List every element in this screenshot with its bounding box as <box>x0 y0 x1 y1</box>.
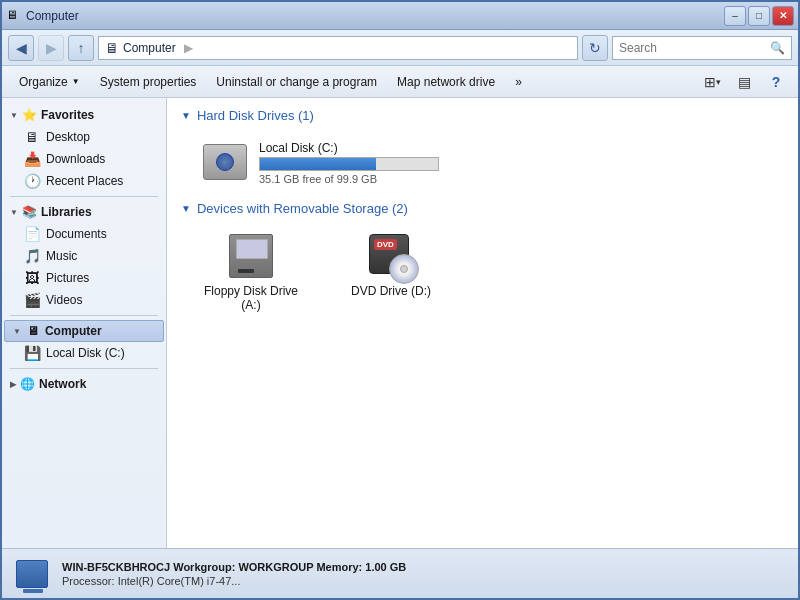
sidebar-divider-2 <box>10 315 158 316</box>
sidebar-libraries-label: Libraries <box>41 205 92 219</box>
hard-disk-icon <box>203 144 247 182</box>
sidebar-item-videos-label: Videos <box>46 293 82 307</box>
local-disk-c-icon: 💾 <box>24 345 40 361</box>
chevron-right-icon: ▶ <box>10 380 16 389</box>
map-network-button[interactable]: Map network drive <box>388 69 504 95</box>
hd-circle <box>216 153 234 171</box>
sidebar-favorites-icon: ⭐ <box>22 108 37 122</box>
content-panel: ▼ Hard Disk Drives (1) Local Disk (C:) 3… <box>167 98 798 548</box>
dvd-drive-label: DVD Drive (D:) <box>351 284 431 298</box>
system-properties-label: System properties <box>100 75 197 89</box>
disk-usage-bar <box>259 157 439 171</box>
sidebar-favorites-label: Favorites <box>41 108 94 122</box>
local-disk-c-info: Local Disk (C:) 35.1 GB free of 99.9 GB <box>259 141 439 185</box>
dvd-icon-wrap: DVD <box>367 232 415 280</box>
sidebar-item-local-disk-c[interactable]: 💾 Local Disk (C:) <box>4 342 164 364</box>
sidebar-network-icon: 🌐 <box>20 377 35 391</box>
sidebar: ▼ ⭐ Favorites 🖥 Desktop 📥 Downloads 🕐 Re… <box>2 98 167 548</box>
help-button[interactable]: ? <box>762 69 790 95</box>
sidebar-favorites-header[interactable]: ▼ ⭐ Favorites <box>2 104 166 126</box>
forward-button[interactable]: ▶ <box>38 35 64 61</box>
sidebar-item-pictures-label: Pictures <box>46 271 89 285</box>
preview-pane-button[interactable]: ▤ <box>730 69 758 95</box>
sidebar-item-documents[interactable]: 📄 Documents <box>4 223 164 245</box>
search-box[interactable]: 🔍 <box>612 36 792 60</box>
chevron-down-icon-3: ▼ <box>13 327 21 336</box>
toolbar: Organize ▼ System properties Uninstall o… <box>2 66 798 98</box>
dvd-disc <box>389 254 419 284</box>
window-icon: 🖥 <box>6 8 22 24</box>
up-button[interactable]: ↑ <box>68 35 94 61</box>
dvd-disc-hole <box>400 265 408 273</box>
maximize-button[interactable]: □ <box>748 6 770 26</box>
minimize-button[interactable]: – <box>724 6 746 26</box>
local-disk-c-size: 35.1 GB free of 99.9 GB <box>259 173 439 185</box>
address-icon: 🖥 <box>105 40 119 56</box>
sidebar-computer-label: Computer <box>45 324 102 338</box>
status-line2: Processor: Intel(R) Core(TM) i7-47... <box>62 575 406 587</box>
organize-label: Organize <box>19 75 68 89</box>
main: ▼ ⭐ Favorites 🖥 Desktop 📥 Downloads 🕐 Re… <box>2 98 798 548</box>
search-icon: 🔍 <box>770 41 785 55</box>
status-line1: WIN-BF5CKBHROCJ Workgroup: WORKGROUP Mem… <box>62 561 406 573</box>
sidebar-computer-icon: 🖥 <box>27 324 39 338</box>
address-bar: ◀ ▶ ↑ 🖥 Computer ▶ ↻ 🔍 <box>2 30 798 66</box>
sidebar-item-music[interactable]: 🎵 Music <box>4 245 164 267</box>
sidebar-item-recent-places[interactable]: 🕐 Recent Places <box>4 170 164 192</box>
title-bar: 🖥 Computer – □ ✕ <box>2 2 798 30</box>
floppy-disk-icon <box>229 234 273 278</box>
local-disk-c-name: Local Disk (C:) <box>259 141 439 155</box>
toolbar-right: ⊞ ▾ ▤ ? <box>698 69 790 95</box>
sidebar-item-music-label: Music <box>46 249 77 263</box>
sidebar-section-network: ▶ 🌐 Network <box>2 373 166 395</box>
close-button[interactable]: ✕ <box>772 6 794 26</box>
local-disk-c-icon-wrap <box>201 139 249 187</box>
map-network-label: Map network drive <box>397 75 495 89</box>
sidebar-item-downloads[interactable]: 📥 Downloads <box>4 148 164 170</box>
dvd-drive-item[interactable]: DVD DVD Drive (D:) <box>331 226 451 318</box>
sidebar-computer-header[interactable]: ▼ 🖥 Computer <box>4 320 164 342</box>
removable-chevron-icon: ▼ <box>181 203 191 214</box>
address-field[interactable]: 🖥 Computer ▶ <box>98 36 578 60</box>
hard-disk-chevron-icon: ▼ <box>181 110 191 121</box>
sidebar-network-header[interactable]: ▶ 🌐 Network <box>2 373 166 395</box>
desktop-icon: 🖥 <box>24 129 40 145</box>
view-options-button[interactable]: ⊞ ▾ <box>698 69 726 95</box>
dvd-label-text: DVD <box>374 239 397 250</box>
pictures-icon: 🖼 <box>24 270 40 286</box>
floppy-drive-item[interactable]: Floppy Disk Drive (A:) <box>191 226 311 318</box>
sidebar-item-videos[interactable]: 🎬 Videos <box>4 289 164 311</box>
uninstall-button[interactable]: Uninstall or change a program <box>207 69 386 95</box>
system-properties-button[interactable]: System properties <box>91 69 206 95</box>
removable-section-title: Devices with Removable Storage (2) <box>197 201 408 216</box>
documents-icon: 📄 <box>24 226 40 242</box>
sidebar-item-downloads-label: Downloads <box>46 152 105 166</box>
hard-disk-section-title: Hard Disk Drives (1) <box>197 108 314 123</box>
hd-body <box>203 144 247 180</box>
more-button[interactable]: » <box>506 69 531 95</box>
search-input[interactable] <box>619 41 766 55</box>
floppy-label <box>236 239 268 259</box>
sidebar-item-desktop[interactable]: 🖥 Desktop <box>4 126 164 148</box>
sidebar-item-recent-places-label: Recent Places <box>46 174 123 188</box>
chevron-down-icon: ▼ <box>10 111 18 120</box>
organize-button[interactable]: Organize ▼ <box>10 69 89 95</box>
recent-places-icon: 🕐 <box>24 173 40 189</box>
more-label: » <box>515 75 522 89</box>
title-bar-left: 🖥 Computer <box>6 8 79 24</box>
dvd-disk-icon: DVD <box>369 234 413 278</box>
chevron-down-icon-2: ▼ <box>10 208 18 217</box>
address-text: Computer <box>123 41 176 55</box>
sidebar-item-pictures[interactable]: 🖼 Pictures <box>4 267 164 289</box>
floppy-icon-wrap <box>227 232 275 280</box>
sidebar-item-local-disk-c-label: Local Disk (C:) <box>46 346 125 360</box>
back-button[interactable]: ◀ <box>8 35 34 61</box>
view-icon: ⊞ <box>704 74 716 90</box>
sidebar-libraries-header[interactable]: ▼ 📚 Libraries <box>2 201 166 223</box>
hard-disk-section-header: ▼ Hard Disk Drives (1) <box>181 108 784 123</box>
sidebar-divider-1 <box>10 196 158 197</box>
sidebar-item-desktop-label: Desktop <box>46 130 90 144</box>
view-dropdown-icon: ▾ <box>716 77 721 87</box>
refresh-button[interactable]: ↻ <box>582 35 608 61</box>
local-disk-c-item[interactable]: Local Disk (C:) 35.1 GB free of 99.9 GB <box>191 133 784 193</box>
